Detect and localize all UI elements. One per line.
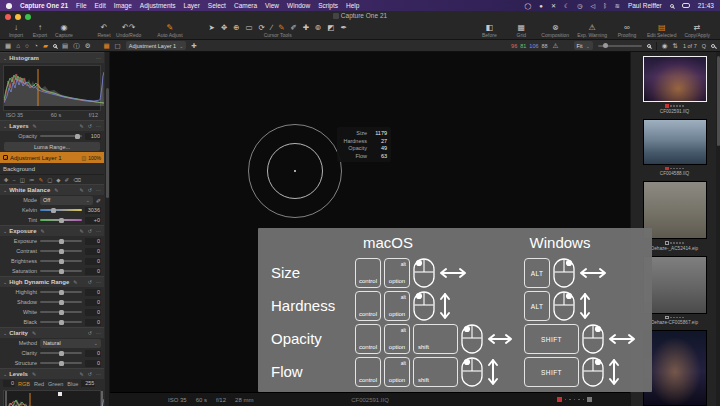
info-icon[interactable]: ⓘ <box>73 42 80 50</box>
contrast-value[interactable]: 0 <box>85 248 101 255</box>
white-slider[interactable] <box>40 311 82 313</box>
composition-button[interactable]: ⊗ Composition <box>541 23 569 38</box>
menu-select[interactable]: Select <box>208 2 226 9</box>
opacity-slider[interactable] <box>40 135 82 137</box>
brush-icon[interactable]: ✎ <box>39 177 44 183</box>
zoom-mode-select[interactable]: Fit⌄ <box>574 41 593 50</box>
brightness-value[interactable]: 0 <box>85 258 101 265</box>
slider-thumb[interactable] <box>59 269 64 274</box>
menu-file[interactable]: File <box>76 2 86 9</box>
pencil-icon[interactable]: ✎ <box>80 187 84 193</box>
dnd-moon-icon[interactable]: ☾ <box>564 2 569 9</box>
slider-thumb[interactable] <box>59 351 64 356</box>
gear-icon[interactable]: ⚙ <box>85 42 91 50</box>
preview-icon[interactable]: ▢ <box>115 42 121 50</box>
kelvin-slider-thumb[interactable] <box>51 208 56 213</box>
slider-thumb[interactable] <box>59 249 64 254</box>
zoom-slider[interactable] <box>598 45 642 47</box>
loupe-icon[interactable] <box>53 44 57 48</box>
menu-user[interactable]: Paul Reiffer <box>628 2 662 9</box>
zoom-tool-icon[interactable]: ⊕ <box>233 23 239 32</box>
rotate-tool-icon[interactable]: ⟳ <box>259 23 265 32</box>
wifi-icon[interactable]: ≋ <box>615 2 620 9</box>
slider-thumb[interactable] <box>59 361 64 366</box>
pointer-tool-icon[interactable]: ➤ <box>209 23 215 32</box>
tint-value[interactable]: +0 <box>85 217 101 224</box>
exposure-value[interactable]: 0 <box>85 238 101 245</box>
gradient-mask-tool-icon[interactable]: ◩ <box>327 23 334 32</box>
menu-window[interactable]: Window <box>287 2 310 9</box>
slider-thumb[interactable] <box>59 259 64 264</box>
sidebar-scrollbar[interactable] <box>105 52 109 406</box>
contrast-slider[interactable] <box>40 250 82 252</box>
erase-mask-tool-icon[interactable]: ✐ <box>290 23 296 32</box>
layer-visibility-checkbox[interactable]: ✓ <box>3 155 8 160</box>
reset-icon[interactable]: ↺ <box>88 279 92 285</box>
eye-icon[interactable]: ◉ <box>662 42 668 50</box>
slider-thumb[interactable] <box>59 290 64 295</box>
browser-search-icon[interactable] <box>711 44 715 48</box>
thumbnail-image-4[interactable] <box>643 256 707 314</box>
mask-list-icon[interactable]: ≔ <box>29 177 35 183</box>
menu-edit[interactable]: Edit <box>95 2 106 9</box>
menu-app[interactable]: Capture One 21 <box>20 2 68 9</box>
clear-mask-icon[interactable]: ⌫ <box>73 177 81 183</box>
hdr-panel-header[interactable]: ⌄ High Dynamic Range ✎ ↺ ⋯ <box>0 276 104 287</box>
thumbnail-image-2[interactable] <box>643 119 707 165</box>
invert-mask-icon[interactable]: ◆ <box>56 177 60 183</box>
heal-tool-icon[interactable]: ✚ <box>303 23 309 32</box>
draw-mask-tool-icon[interactable]: ✎ <box>278 23 284 32</box>
thumbnail-image-5[interactable] <box>643 330 707 406</box>
menu-adjustments[interactable]: Adjustments <box>140 2 176 9</box>
menu-layer[interactable]: Layer <box>184 2 200 9</box>
document-icon[interactable]: ▤ <box>62 42 68 50</box>
reset-icon[interactable]: ↺ <box>88 330 92 336</box>
pencil-icon[interactable]: ✎ <box>80 123 84 129</box>
white-value[interactable]: 0 <box>85 309 101 316</box>
search-q-icon[interactable]: Q <box>702 43 706 49</box>
clock-tag-icon[interactable]: ◔ <box>34 42 38 50</box>
filter-icon[interactable]: ⇅ <box>673 42 678 50</box>
white-balance-panel-header[interactable]: ⌄ White Balance ✎ ✎ ↺ ⋯ <box>0 184 104 195</box>
thumbnail-item-2[interactable]: CF004588.IIQ <box>639 119 710 177</box>
histogram-panel-header[interactable]: ⌄ Histogram ⋯ <box>0 52 104 63</box>
pencil-icon[interactable]: ✎ <box>80 371 84 377</box>
mask-grid-icon[interactable]: ▦ <box>103 42 109 50</box>
exposure-panel-header[interactable]: ⌄ Exposure ✎ ✎ ↺ ⋯ <box>0 225 104 236</box>
clarity-method-select[interactable]: Natural ⌄ <box>40 339 101 348</box>
slider-thumb[interactable] <box>59 300 64 305</box>
levels-tab-green[interactable]: Green <box>47 381 64 387</box>
export-button[interactable]: ↑ Export <box>28 23 52 38</box>
menu-camera[interactable]: Camera <box>234 2 257 9</box>
wb-mode-select[interactable]: Off ⌄ <box>40 196 93 205</box>
levels-tab-rgb[interactable]: RGB <box>17 381 31 387</box>
zoom-slider-thumb[interactable] <box>603 43 608 48</box>
add-layer-icon[interactable]: ✚ <box>191 42 196 50</box>
exposure-warning-button[interactable]: ⚠ Exp. Warning <box>577 23 607 38</box>
color-tag-icon[interactable] <box>665 316 669 320</box>
saturation-slider[interactable] <box>40 270 82 272</box>
reset-icon[interactable]: ↺ <box>88 187 92 193</box>
more-icon[interactable]: ⋯ <box>96 279 101 285</box>
reset-icon[interactable]: ↺ <box>88 123 92 129</box>
grid-button[interactable]: ▦ Grid <box>509 23 533 38</box>
saturation-value[interactable]: 0 <box>85 268 101 275</box>
black-value[interactable]: 0 <box>85 319 101 326</box>
layer-row-background[interactable]: Background <box>0 163 104 174</box>
more-icon[interactable]: ⋯ <box>96 330 101 336</box>
apple-logo-icon[interactable] <box>6 3 12 9</box>
shadow-value[interactable]: 0 <box>85 299 101 306</box>
highlight-slider[interactable] <box>40 291 82 293</box>
slider-thumb[interactable] <box>59 320 64 325</box>
clarity-panel-header[interactable]: ⌄ Clarity ✎ ↺ ⋯ <box>0 327 104 338</box>
volume-icon[interactable]: ◁ <box>591 2 596 9</box>
straighten-tool-icon[interactable]: ∕ <box>271 23 272 32</box>
levels-panel-header[interactable]: ⌄ Levels ✎ ✎ ↺ ⋯ <box>0 368 104 379</box>
kelvin-slider[interactable] <box>40 209 82 211</box>
add-layer-icon[interactable]: ✚ <box>4 177 9 183</box>
remove-layer-icon[interactable]: − <box>13 177 16 183</box>
pencil-icon[interactable]: ✎ <box>80 228 84 234</box>
kelvin-value[interactable]: 3036 <box>85 207 101 214</box>
reset-button[interactable]: ↶ Reset <box>92 23 116 38</box>
structure-value[interactable]: 0 <box>85 360 101 367</box>
